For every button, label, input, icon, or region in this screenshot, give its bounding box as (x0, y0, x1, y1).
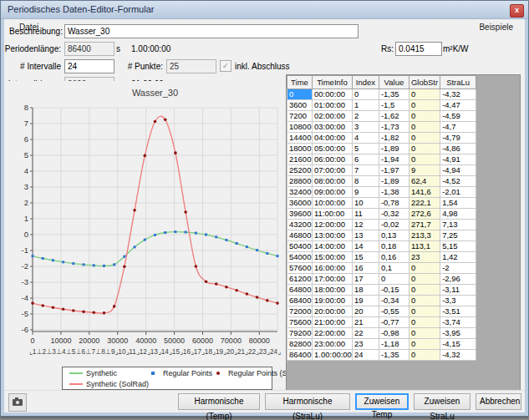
table-cell[interactable]: 0 (409, 274, 440, 285)
table-cell[interactable]: -0,34 (379, 296, 409, 306)
table-cell[interactable]: 0 (409, 339, 440, 350)
harmonische-stralu--button[interactable]: Harmonische (StraLu) (265, 393, 350, 410)
table-cell[interactable]: 14:00:00 (313, 241, 353, 252)
table-cell[interactable]: 0 (409, 122, 440, 133)
table-cell[interactable]: 5 (352, 144, 379, 154)
table-cell[interactable]: 0 (409, 133, 440, 144)
table-cell[interactable]: 13 (352, 230, 379, 241)
table-cell[interactable]: -2,96 (440, 274, 476, 285)
table-cell[interactable]: 222,1 (409, 198, 440, 209)
snapshot-button[interactable] (8, 393, 27, 412)
zuweisen-temp-button[interactable]: Zuweisen Temp (355, 393, 409, 410)
table-cell[interactable]: 10 (352, 198, 379, 209)
table-cell[interactable]: 141,6 (409, 187, 440, 198)
table-cell[interactable]: -0,55 (379, 306, 409, 317)
table-cell[interactable]: 5,15 (440, 241, 476, 252)
rs-input[interactable] (395, 42, 442, 56)
column-header-value[interactable]: Value (379, 76, 409, 89)
table-cell[interactable]: -0,77 (379, 317, 409, 328)
table-cell[interactable]: 0 (379, 274, 409, 285)
beschreibung-input[interactable] (64, 24, 359, 38)
table-cell[interactable]: 12:00:00 (313, 220, 353, 230)
table-cell[interactable]: 0,13 (379, 230, 409, 241)
table-cell[interactable]: -4,59 (440, 111, 476, 122)
table-cell[interactable]: 19:00:00 (313, 296, 353, 306)
table-cell[interactable]: 1,42 (440, 252, 476, 263)
table-cell[interactable]: 75600 (287, 317, 313, 328)
table-cell[interactable]: -1,89 (379, 176, 409, 187)
table-cell[interactable]: 15:00:00 (313, 252, 353, 263)
table-cell[interactable]: -1,62 (379, 111, 409, 122)
table-cell[interactable]: 03:00:00 (313, 122, 353, 133)
table-cell[interactable]: 7 (352, 165, 379, 176)
table-cell[interactable]: 2 (352, 111, 379, 122)
table-cell[interactable]: 1 (352, 100, 379, 111)
table-cell[interactable]: 0 (409, 111, 440, 122)
table-cell[interactable]: 7,13 (440, 220, 476, 230)
table-cell[interactable]: -4,7 (440, 122, 476, 133)
table-cell[interactable]: 14 (352, 241, 379, 252)
table-cell[interactable]: -2 (440, 263, 476, 274)
table-cell[interactable]: 23 (352, 339, 379, 350)
table-cell[interactable]: 0 (409, 306, 440, 317)
table-cell[interactable]: -4,94 (440, 165, 476, 176)
table-cell[interactable]: -0,02 (379, 220, 409, 230)
harmonische-temp--button[interactable]: Harmonische (Temp) (178, 393, 260, 410)
table-cell[interactable]: -4,52 (440, 176, 476, 187)
table-cell[interactable]: 22 (352, 328, 379, 339)
table-cell[interactable]: 1,54 (440, 198, 476, 209)
table-cell[interactable]: -1,35 (379, 89, 409, 100)
table-cell[interactable]: 0 (409, 285, 440, 296)
table-cell[interactable]: 0,1 (379, 263, 409, 274)
table-cell[interactable]: -4,47 (440, 100, 476, 111)
table-cell[interactable]: 12 (352, 220, 379, 230)
column-header-stralu[interactable]: StraLu (440, 76, 476, 89)
table-cell[interactable]: 22:00:00 (313, 328, 353, 339)
table-cell[interactable]: 0 (287, 89, 313, 100)
table-cell[interactable]: -4,86 (440, 144, 476, 154)
table-cell[interactable]: 25200 (287, 165, 313, 176)
table-cell[interactable]: -1,89 (379, 144, 409, 154)
table-cell[interactable]: -3,74 (440, 317, 476, 328)
table-cell[interactable]: 32400 (287, 187, 313, 198)
table-cell[interactable]: 13:00:00 (313, 230, 353, 241)
menu-item-beispiele[interactable]: Beispiele (476, 22, 516, 33)
table-cell[interactable]: 16 (352, 263, 379, 274)
table-cell[interactable]: 4 (352, 133, 379, 144)
table-cell[interactable]: -4,79 (440, 133, 476, 144)
table-cell[interactable]: 3600 (287, 100, 313, 111)
table-cell[interactable]: 11 (352, 209, 379, 220)
table-cell[interactable]: -2,01 (440, 187, 476, 198)
table-cell[interactable]: 0 (409, 100, 440, 111)
table-cell[interactable]: -4,32 (440, 89, 476, 100)
titlebar[interactable]: Periodisches Daten-Editor-Formular x (1, 1, 528, 19)
table-cell[interactable]: 18 (352, 285, 379, 296)
table-cell[interactable]: 3 (352, 122, 379, 133)
table-cell[interactable]: 18000 (287, 144, 313, 154)
table-cell[interactable]: 21 (352, 317, 379, 328)
table-cell[interactable]: 43200 (287, 220, 313, 230)
table-cell[interactable]: 01:00:00 (313, 100, 353, 111)
table-cell[interactable]: -4,91 (440, 154, 476, 165)
table-cell[interactable]: 24 (352, 350, 379, 361)
table-cell[interactable]: 00:00:00 (313, 89, 353, 100)
table-cell[interactable]: -1,38 (379, 187, 409, 198)
table-cell[interactable]: 6 (352, 154, 379, 165)
table-cell[interactable]: 17 (352, 274, 379, 285)
table-cell[interactable]: 64800 (287, 285, 313, 296)
table-cell[interactable]: 23:00:00 (313, 339, 353, 350)
table-cell[interactable]: 28800 (287, 176, 313, 187)
table-cell[interactable]: -0,98 (379, 328, 409, 339)
table-cell[interactable]: -1,35 (379, 350, 409, 361)
table-cell[interactable]: 36000 (287, 198, 313, 209)
table-cell[interactable]: 0 (409, 154, 440, 165)
table-cell[interactable]: 0 (352, 89, 379, 100)
periodenlaenge-input[interactable] (64, 42, 114, 56)
table-cell[interactable]: 10:00:00 (313, 198, 353, 209)
table-cell[interactable]: -3,11 (440, 285, 476, 296)
table-cell[interactable]: 21:00:00 (313, 317, 353, 328)
table-cell[interactable]: -3,51 (440, 306, 476, 317)
table-cell[interactable]: 50400 (287, 241, 313, 252)
table-cell[interactable]: 54000 (287, 252, 313, 263)
table-cell[interactable]: 0 (409, 144, 440, 154)
